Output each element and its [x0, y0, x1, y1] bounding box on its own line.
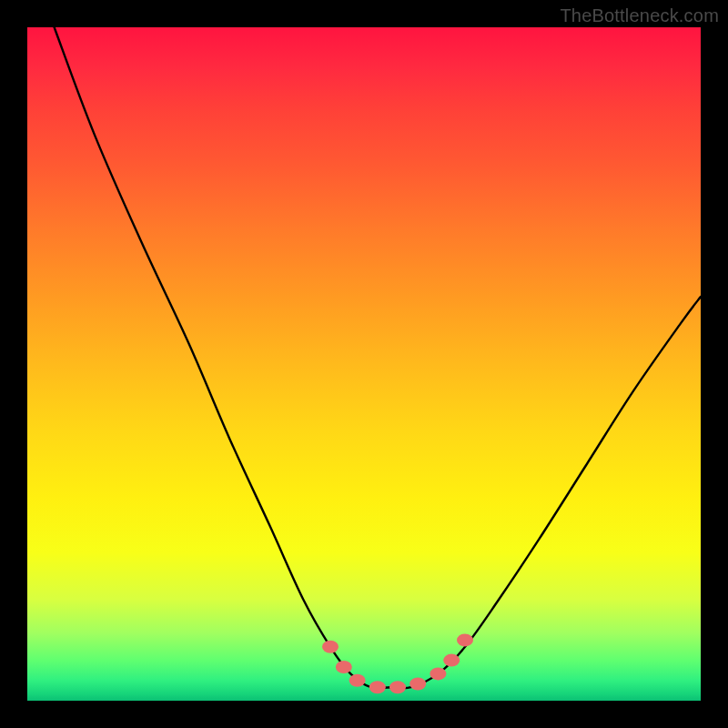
curve-marker — [430, 667, 446, 680]
credit-label: TheBottleneck.com — [560, 5, 719, 26]
curve-marker — [389, 681, 406, 693]
curve-marker — [457, 633, 473, 646]
curve-markers — [322, 633, 473, 693]
plot-area — [27, 27, 701, 701]
bottleneck-curve-svg — [27, 27, 701, 701]
bottleneck-curve-path — [55, 27, 701, 688]
curve-marker — [443, 654, 460, 667]
curve-marker — [322, 641, 339, 653]
curve-marker — [336, 661, 352, 673]
curve-marker — [349, 674, 366, 687]
chart-frame: TheBottleneck.com — [0, 0, 728, 728]
curve-marker — [369, 681, 386, 693]
curve-marker — [410, 678, 426, 691]
